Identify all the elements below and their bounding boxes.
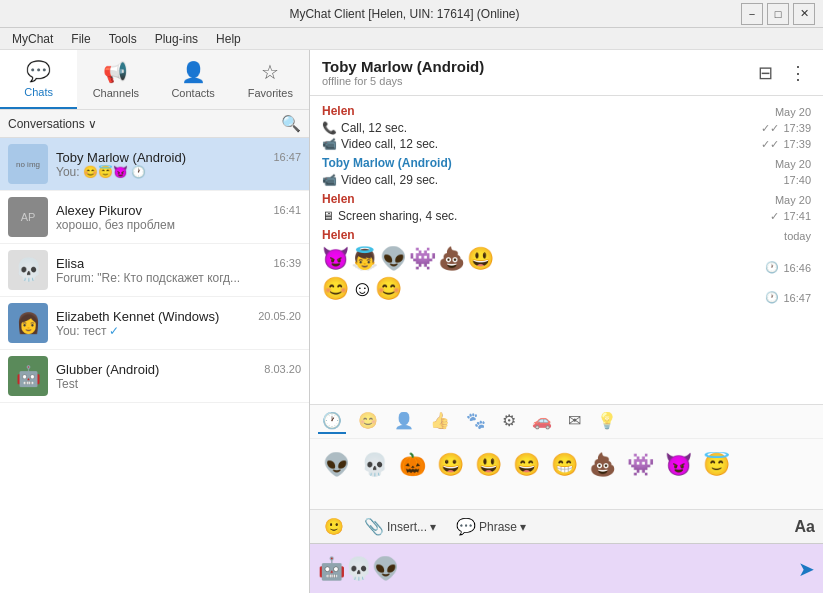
font-button[interactable]: Aa (795, 518, 815, 536)
emoji-smile[interactable]: 😃 (470, 447, 506, 483)
avatar-elizabeth: 👩 (8, 303, 48, 343)
emoji-pumpkin[interactable]: 🎃 (394, 447, 430, 483)
chat-name: Toby Marlow (Android) (322, 58, 484, 75)
title-bar: MyChat Client [Helen, UIN: 17614] (Onlin… (0, 0, 823, 28)
msg-block-toby: Toby Marlow (Android) May 20 📹 Video cal… (322, 156, 811, 188)
emoji-tab-hands[interactable]: 👍 (426, 409, 454, 434)
clock-icon-msg-2: 🕐 (765, 291, 779, 304)
conv-time-elisa: 16:39 (273, 257, 301, 269)
emoji-tab-animals[interactable]: 🐾 (462, 409, 490, 434)
conv-preview-glubber: Test (56, 377, 301, 391)
phrase-button[interactable]: 💬 Phrase ▾ (450, 515, 532, 538)
emoji-skull[interactable]: 👽 (318, 447, 354, 483)
msg-meta-call: ✓✓ 17:39 (761, 122, 811, 135)
conv-item-elizabeth[interactable]: 👩 Elizabeth Kennet (Windows) 20.05.20 Yo… (0, 297, 309, 350)
send-button[interactable]: ➤ (798, 557, 815, 581)
smiley-button[interactable]: 🙂 (318, 515, 350, 538)
tab-chats-label: Chats (24, 86, 53, 98)
msg-sender-toby: Toby Marlow (Android) (322, 156, 452, 170)
conversations-header: Conversations ∨ 🔍 (0, 110, 309, 138)
msg-block-helen-1: Helen May 20 📞 Call, 12 sec. ✓✓ 17:39 (322, 104, 811, 152)
conversation-list: no img Toby Marlow (Android) 16:47 You: … (0, 138, 309, 593)
call-icon: 📞 (322, 121, 337, 135)
channels-icon: 📢 (103, 60, 128, 84)
conv-info-toby: Toby Marlow (Android) 16:47 You: 😊😇😈 🕐 (56, 150, 301, 179)
conv-info-elizabeth: Elizabeth Kennet (Windows) 20.05.20 You:… (56, 309, 301, 338)
clock-icon-msg: 🕐 (765, 261, 779, 274)
conv-preview-elisa: Forum: "Re: Кто подскажет когд... (56, 271, 301, 285)
msg-emoji-row-2: 😊 ☺ 😊 (322, 274, 402, 304)
input-emoji-robot: 🤖 (318, 556, 345, 582)
emoji-laugh[interactable]: 😁 (546, 447, 582, 483)
conv-time-glubber: 8.03.20 (264, 363, 301, 375)
phrase-dropdown-icon: ▾ (520, 520, 526, 534)
menu-tools[interactable]: Tools (101, 30, 145, 48)
msg-date-toby: May 20 (775, 158, 811, 170)
emoji-devil[interactable]: 😈 (660, 447, 696, 483)
msg-emoji-row-1: 😈 👼 👽 👾 💩 😃 (322, 244, 494, 274)
menu-mychat[interactable]: MyChat (4, 30, 61, 48)
conv-item-toby[interactable]: no img Toby Marlow (Android) 16:47 You: … (0, 138, 309, 191)
more-options-button[interactable]: ⋮ (785, 60, 811, 86)
message-input[interactable] (399, 560, 790, 578)
msg-sender-helen-3: Helen (322, 228, 355, 242)
tab-favorites-label: Favorites (248, 87, 293, 99)
msg-content-screenshare: 🖥 Screen sharing, 4 sec. (322, 209, 457, 223)
check-icon-call: ✓✓ (761, 122, 779, 135)
chat-header: Toby Marlow (Android) offline for 5 days… (310, 50, 823, 96)
close-button[interactable]: ✕ (793, 3, 815, 25)
conv-item-glubber[interactable]: 🤖 Glubber (Android) 8.03.20 Test (0, 350, 309, 403)
conversations-title: Conversations ∨ (8, 117, 97, 131)
msg-row-call: 📞 Call, 12 sec. ✓✓ 17:39 (322, 120, 811, 136)
emoji-grin[interactable]: 😀 (432, 447, 468, 483)
conv-name-toby: Toby Marlow (Android) (56, 150, 186, 165)
emoji-tab-recent[interactable]: 🕐 (318, 409, 346, 434)
app-body: 💬 Chats 📢 Channels 👤 Contacts ☆ Favorite… (0, 50, 823, 593)
emoji-tab-objects[interactable]: ⚙ (498, 409, 520, 434)
emoji-tab-transport[interactable]: 🚗 (528, 409, 556, 434)
minimize-button[interactable]: − (741, 3, 763, 25)
maximize-button[interactable]: □ (767, 3, 789, 25)
emoji-alien[interactable]: 👾 (622, 447, 658, 483)
menu-help[interactable]: Help (208, 30, 249, 48)
msg-row-videocall1: 📹 Video call, 12 sec. ✓✓ 17:39 (322, 136, 811, 152)
emoji-ghost[interactable]: 💀 (356, 447, 392, 483)
msg-block-helen-2: Helen May 20 🖥 Screen sharing, 4 sec. ✓ … (322, 192, 811, 224)
conv-item-alexey[interactable]: AP Alexey Pikurov 16:41 хорошо, без проб… (0, 191, 309, 244)
conv-preview-alexey: хорошо, без проблем (56, 218, 301, 232)
tab-chats[interactable]: 💬 Chats (0, 50, 77, 109)
attach-button[interactable]: 📎 Insert... ▾ (358, 515, 442, 538)
menu-file[interactable]: File (63, 30, 98, 48)
emoji-poop[interactable]: 💩 (584, 447, 620, 483)
search-icon[interactable]: 🔍 (281, 114, 301, 133)
conv-name-glubber: Glubber (Android) (56, 362, 159, 377)
msg-date-2: May 20 (775, 194, 811, 206)
tab-channels[interactable]: 📢 Channels (77, 50, 154, 109)
tab-favorites[interactable]: ☆ Favorites (232, 50, 309, 109)
emoji-tab-faces[interactable]: 😊 (354, 409, 382, 434)
emoji-tab-people[interactable]: 👤 (390, 409, 418, 434)
conv-name-alexey: Alexey Pikurov (56, 203, 142, 218)
attach-icon: 📎 (364, 517, 384, 536)
emoji-tab-misc[interactable]: 💡 (593, 409, 621, 434)
video-icon-2: 📹 (322, 173, 337, 187)
split-view-button[interactable]: ⊟ (754, 60, 777, 86)
title-bar-text: MyChat Client [Helen, UIN: 17614] (Onlin… (68, 7, 741, 21)
conv-time-elizabeth: 20.05.20 (258, 310, 301, 322)
video-icon-1: 📹 (322, 137, 337, 151)
menu-plugins[interactable]: Plug-ins (147, 30, 206, 48)
msg-meta-emoji-1: 🕐 16:46 (765, 261, 811, 274)
emoji-biggrin[interactable]: 😄 (508, 447, 544, 483)
msg-meta-emoji-2: 🕐 16:47 (765, 291, 811, 304)
conv-preview-elizabeth: You: тест ✓ (56, 324, 301, 338)
tab-contacts[interactable]: 👤 Contacts (155, 50, 232, 109)
title-controls: − □ ✕ (741, 3, 815, 25)
avatar-elisa: 💀 (8, 250, 48, 290)
conv-time-alexey: 16:41 (273, 204, 301, 216)
conv-time-toby: 16:47 (273, 151, 301, 163)
emoji-tab-symbols[interactable]: ✉ (564, 409, 585, 434)
nav-tabs: 💬 Chats 📢 Channels 👤 Contacts ☆ Favorite… (0, 50, 309, 110)
emoji-angel[interactable]: 😇 (698, 447, 734, 483)
tab-channels-label: Channels (93, 87, 139, 99)
conv-item-elisa[interactable]: 💀 Elisa 16:39 Forum: "Re: Кто подскажет … (0, 244, 309, 297)
